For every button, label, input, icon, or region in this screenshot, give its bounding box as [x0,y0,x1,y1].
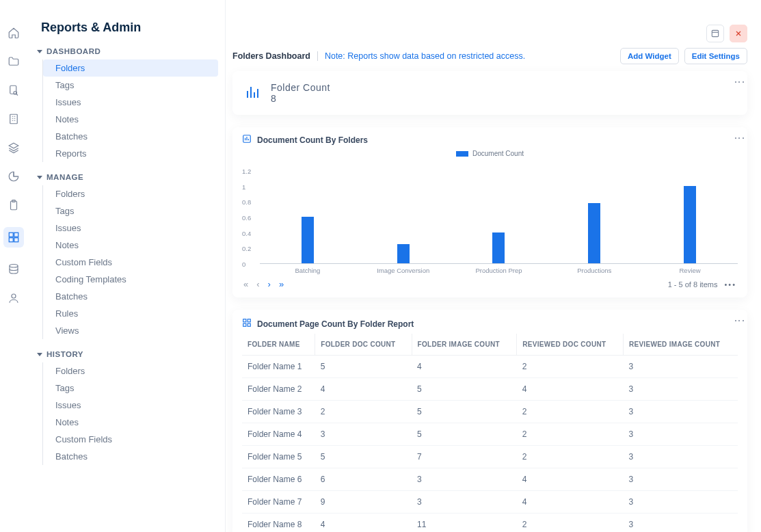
page-title: Reports & Admin [41,21,218,35]
chart-bar[interactable] [492,232,505,263]
pager-info-text: 1 - 5 of 8 items [668,280,718,289]
add-widget-button[interactable]: Add Widget [620,48,679,64]
nav-section-header[interactable]: DASHBOARD [37,47,218,55]
edit-settings-button[interactable]: Edit Settings [684,48,747,64]
report-table: FOLDER NAMEFOLDER DOC COUNTFOLDER IMAGE … [242,334,738,532]
table-row[interactable]: Folder Name 79343 [242,491,738,514]
home-icon[interactable] [7,26,21,40]
nav-item[interactable]: Tags [43,77,218,94]
table-row[interactable]: Folder Name 43523 [242,423,738,446]
table-cell: 2 [517,514,624,533]
table-header-cell[interactable]: FOLDER NAME [242,334,315,356]
database-icon[interactable] [7,263,21,276]
table-cell: 3 [623,378,738,401]
layers-icon[interactable] [7,141,21,155]
table-row[interactable]: Folder Name 15423 [242,356,738,378]
nav-item[interactable]: Issues [43,220,218,237]
chart-x-label: Image Conversion [377,267,429,274]
building-icon[interactable] [7,112,21,126]
table-cell: 3 [412,468,517,491]
nav-item[interactable]: Notes [43,414,218,431]
nav-item[interactable]: Folders [43,59,218,77]
dashboard-icon[interactable] [3,227,24,248]
svg-point-9 [10,265,18,268]
svg-rect-0 [10,85,16,94]
table-widget-icon [242,318,252,330]
svg-rect-15 [243,323,246,326]
nav-item[interactable]: Tags [43,380,218,397]
table-row[interactable]: Folder Name 66343 [242,468,738,491]
nav-item[interactable]: Notes [43,237,218,254]
svg-rect-16 [248,323,250,326]
folder-count-title: Folder Count [271,82,330,93]
chart-bar[interactable] [302,217,314,263]
close-button[interactable] [730,25,747,42]
folder-icon[interactable] [7,55,21,68]
user-icon[interactable] [7,291,21,305]
table-row[interactable]: Folder Name 24543 [242,378,738,401]
more-icon[interactable]: ••• [724,280,736,289]
window-button[interactable] [706,25,724,42]
table-cell: 3 [623,446,738,468]
access-note: Note: Reports show data based on restric… [325,51,525,61]
chart-x-label: Productions [577,267,611,274]
nav-item[interactable]: Issues [43,94,218,111]
table-cell: Folder Name 5 [242,446,315,468]
nav-section-header[interactable]: HISTORY [37,350,218,358]
nav-item[interactable]: Reports [43,145,218,162]
svg-rect-7 [9,238,13,242]
table-cell: 3 [623,468,738,491]
nav-item[interactable]: Rules [43,305,218,322]
table-cell: 3 [623,423,738,446]
nav-item[interactable]: Coding Templates [43,271,218,288]
nav-section-header[interactable]: MANAGE [37,173,218,181]
table-cell: 11 [412,514,517,533]
nav-item[interactable]: Batches [43,288,218,305]
table-cell: 3 [623,514,738,533]
chart-bar[interactable] [588,203,600,263]
nav-item[interactable]: Tags [43,202,218,220]
nav-item[interactable]: Folders [43,185,218,202]
table-row[interactable]: Folder Name 841123 [242,514,738,533]
nav-item[interactable]: Custom Fields [43,254,218,271]
svg-point-10 [12,294,16,298]
table-header-cell[interactable]: REVIEWED IMAGE COUNT [623,334,738,356]
svg-rect-6 [14,232,18,237]
nav-item[interactable]: Views [43,322,218,339]
chart-bar[interactable] [684,186,696,263]
table-header-cell[interactable]: FOLDER IMAGE COUNT [412,334,517,356]
table-cell: 3 [412,491,517,514]
table-card: ⋮ Document Page Count By Folder Report F… [232,310,747,532]
table-row[interactable]: Folder Name 55723 [242,446,738,468]
table-cell: 4 [517,491,624,514]
pager-last-icon[interactable]: » [279,279,284,289]
nav-item[interactable]: Folders [43,362,218,380]
nav-item[interactable]: Batches [43,448,218,465]
table-header-cell[interactable]: FOLDER DOC COUNT [315,334,412,356]
chart-x-label: Production Prep [475,267,522,274]
table-cell: 3 [315,423,412,446]
table-title: Document Page Count By Folder Report [257,319,414,329]
nav-item[interactable]: Notes [43,111,218,128]
table-row[interactable]: Folder Name 32523 [242,401,738,423]
chart-bar[interactable] [397,244,410,263]
search-doc-icon[interactable] [7,83,21,97]
nav-item[interactable]: Issues [43,397,218,414]
chart-card: ⋮ Document Count By Folders Document Cou… [232,127,747,297]
chart-x-label: Batching [295,267,320,274]
pie-icon[interactable] [7,170,21,183]
table-header-cell[interactable]: REVIEWED DOC COUNT [517,334,624,356]
pager-first-icon[interactable]: « [243,279,248,289]
nav-item[interactable]: Batches [43,128,218,145]
clipboard-icon[interactable] [7,198,21,212]
card-menu-icon[interactable]: ⋮ [738,315,740,327]
table-cell: 3 [623,401,738,423]
card-menu-icon[interactable]: ⋮ [738,133,740,144]
pager-next-icon[interactable]: › [268,279,271,289]
pager-prev-icon[interactable]: ‹ [256,279,259,289]
table-cell: Folder Name 1 [242,356,315,378]
nav-item[interactable]: Custom Fields [43,431,218,448]
table-cell: 5 [315,356,412,378]
card-menu-icon[interactable]: ⋮ [738,77,740,88]
table-cell: 7 [412,446,517,468]
